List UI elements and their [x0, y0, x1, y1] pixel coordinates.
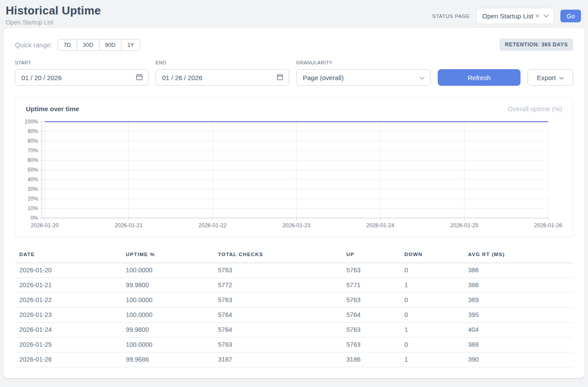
table-cell: 5764 [214, 323, 342, 338]
granularity-value: Page (overall) [303, 74, 344, 81]
svg-text:2026-01-21: 2026-01-21 [115, 222, 143, 229]
uptime-line-chart: 0%10%20%30%40%50%60%70%80%90%100%2026-01… [24, 118, 564, 232]
table-cell: 99.9800 [121, 323, 213, 338]
table-cell: 5764 [214, 308, 342, 323]
status-page-select[interactable]: Open Startup List × [476, 8, 554, 24]
svg-text:30%: 30% [28, 186, 38, 192]
table-cell: 100.0000 [121, 308, 213, 323]
table-cell: 390 [464, 352, 573, 367]
table-cell: 1 [400, 278, 464, 293]
svg-text:2026-01-25: 2026-01-25 [450, 222, 478, 229]
table-header: DATEUPTIME %TOTAL CHECKSUPDOWNAVG RT (MS… [15, 247, 573, 263]
svg-text:0%: 0% [31, 215, 39, 221]
quick-range-row: Quick range: 7D30D90D1Y RETENTION: 365 D… [15, 39, 573, 51]
table-row: 2026-01-25100.0000576357630388 [15, 338, 573, 352]
chart-legend: Overall uptime (%) [508, 105, 562, 113]
end-date-input[interactable]: 01 / 26 / 2026 [156, 69, 289, 86]
chevron-down-icon [559, 74, 564, 81]
column-header: UPTIME % [121, 247, 213, 263]
table-cell: 0 [400, 293, 464, 308]
table-cell: 5772 [214, 278, 342, 293]
table-cell: 386 [464, 263, 573, 278]
status-page-value: Open Startup List [482, 12, 533, 20]
uptime-table: DATEUPTIME %TOTAL CHECKSUPDOWNAVG RT (MS… [15, 247, 573, 367]
table-cell: 99.9686 [121, 352, 213, 367]
table-cell: 3186 [342, 352, 400, 367]
chart-card: Uptime over time Overall uptime (%) 0%10… [15, 97, 573, 237]
start-label: START [15, 60, 149, 65]
column-header: AVG RT (MS) [464, 247, 573, 263]
chevron-down-icon [419, 74, 425, 81]
table-row: 2026-01-22100.0000576357630389 [15, 293, 573, 308]
svg-text:10%: 10% [28, 205, 38, 211]
svg-text:2026-01-22: 2026-01-22 [198, 222, 227, 229]
filters-row: START 01 / 20 / 2026 END 01 / 26 / 2026 [15, 60, 573, 86]
table-cell: 395 [464, 308, 573, 323]
table-cell: 388 [464, 338, 573, 352]
table-cell: 389 [464, 293, 573, 308]
table-cell: 2026-01-21 [15, 278, 121, 293]
table-row: 2026-01-2499.9800576457631404 [15, 323, 573, 338]
export-button[interactable]: Export [528, 69, 573, 86]
table-row: 2026-01-23100.0000576457640395 [15, 308, 573, 323]
quick-range-label: Quick range: [15, 41, 52, 49]
table-cell: 100.0000 [121, 293, 213, 308]
svg-text:50%: 50% [28, 167, 38, 173]
quick-range-7d-button[interactable]: 7D [57, 39, 77, 51]
retention-badge: RETENTION: 365 DAYS [499, 39, 573, 51]
svg-text:40%: 40% [28, 176, 38, 183]
end-label: END [156, 60, 289, 65]
calendar-icon[interactable] [136, 74, 143, 82]
table-row: 2026-01-20100.0000576357630386 [15, 263, 573, 278]
column-header: DOWN [400, 247, 464, 263]
go-button[interactable]: Go [560, 10, 581, 22]
clear-icon[interactable]: × [535, 13, 540, 20]
header-right: STATUS PAGE Open Startup List × Go [432, 8, 581, 24]
table-cell: 5763 [342, 293, 400, 308]
quick-range-group: 7D30D90D1Y [57, 39, 140, 51]
svg-text:2026-01-24: 2026-01-24 [366, 222, 394, 229]
table-cell: 100.0000 [121, 263, 213, 278]
svg-text:60%: 60% [28, 157, 38, 163]
table-cell: 5763 [342, 338, 400, 352]
table-cell: 5763 [342, 263, 400, 278]
refresh-button[interactable]: Refresh [438, 69, 521, 86]
svg-text:2026-01-20: 2026-01-20 [31, 222, 59, 229]
table-row: 2026-01-2199.9800577257711388 [15, 278, 573, 293]
header-left: Historical Uptime Open Startup List [6, 4, 101, 26]
chart-header: Uptime over time Overall uptime (%) [24, 105, 564, 118]
chevron-down-icon [543, 14, 549, 18]
table-cell: 99.9800 [121, 278, 213, 293]
table-cell: 0 [400, 308, 464, 323]
page-title: Historical Uptime [6, 4, 101, 18]
page-subtitle: Open Startup List [6, 19, 101, 26]
table-cell: 5763 [342, 323, 400, 338]
main-card: Quick range: 7D30D90D1Y RETENTION: 365 D… [4, 28, 584, 378]
granularity-select[interactable]: Page (overall) [296, 69, 431, 86]
end-date-value: 01 / 26 / 2026 [162, 74, 202, 81]
page-header: Historical Uptime Open Startup List STAT… [0, 0, 588, 28]
start-date-input[interactable]: 01 / 20 / 2026 [15, 69, 149, 86]
end-date-field: END 01 / 26 / 2026 [156, 60, 289, 86]
quick-range-30d-button[interactable]: 30D [77, 39, 99, 51]
start-date-value: 01 / 20 / 2026 [21, 74, 62, 81]
table-cell: 2026-01-26 [15, 352, 121, 367]
granularity-label: GRANULARITY [296, 60, 431, 65]
calendar-icon[interactable] [276, 74, 283, 82]
table-cell: 5763 [214, 338, 342, 352]
status-page-label: STATUS PAGE [432, 14, 470, 19]
start-date-field: START 01 / 20 / 2026 [15, 60, 149, 86]
table-cell: 2026-01-25 [15, 338, 121, 352]
uptime-chart: 0%10%20%30%40%50%60%70%80%90%100%2026-01… [24, 118, 564, 232]
granularity-field: GRANULARITY Page (overall) [296, 60, 431, 86]
svg-text:70%: 70% [28, 148, 38, 154]
svg-text:80%: 80% [28, 138, 38, 144]
table-cell: 2026-01-24 [15, 323, 121, 338]
quick-range-90d-button[interactable]: 90D [99, 39, 122, 51]
table-body: 2026-01-20100.00005763576303862026-01-21… [15, 263, 573, 367]
table-cell: 2026-01-20 [15, 263, 121, 278]
column-header: UP [342, 247, 400, 263]
table-cell: 5771 [342, 278, 400, 293]
quick-range-1y-button[interactable]: 1Y [121, 39, 140, 51]
svg-text:2026-01-26: 2026-01-26 [534, 222, 562, 229]
